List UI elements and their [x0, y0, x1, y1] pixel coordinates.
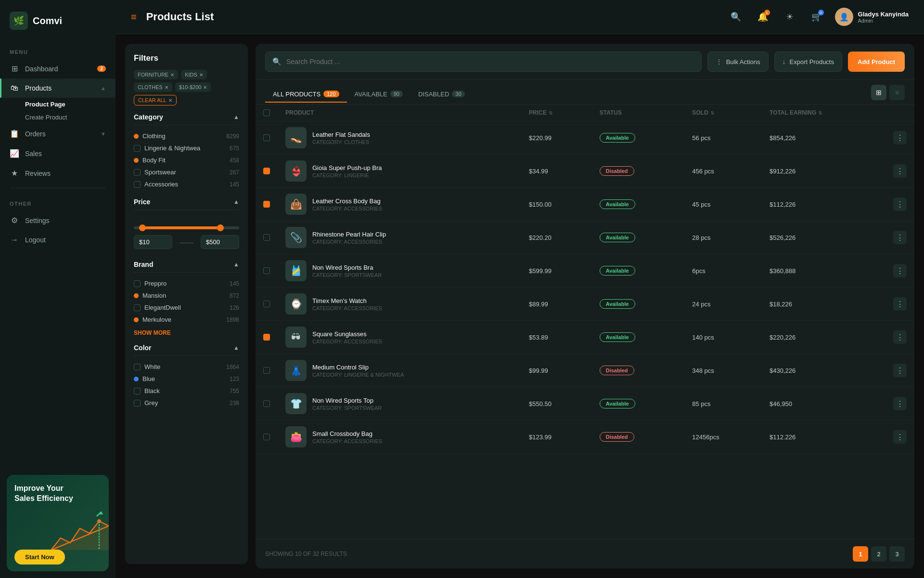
grid-view-toggle[interactable]: ⊞ — [871, 85, 886, 100]
page-3-button[interactable]: 3 — [889, 546, 905, 562]
product-name: Medium Control Slip — [312, 364, 404, 371]
row-checkbox[interactable] — [263, 367, 270, 374]
black-checkbox[interactable] — [134, 388, 141, 394]
sidebar-item-products[interactable]: 🛍 Products ▲ — [0, 79, 116, 98]
promo-start-button[interactable]: Start Now — [14, 550, 65, 565]
product-earning: $112.226 — [762, 420, 886, 454]
search-input[interactable] — [286, 58, 694, 66]
user-profile[interactable]: 👤 Gladys Kanyinda Admin — [835, 8, 909, 26]
filter-category-lingerie[interactable]: Lingerie & Nightwea 675 — [134, 142, 239, 154]
filter-tag-clothes[interactable]: CLOTHES ✕ — [134, 82, 172, 92]
row-checkbox[interactable] — [263, 334, 270, 341]
svg-marker-1 — [51, 521, 109, 550]
row-checkbox[interactable] — [263, 168, 270, 174]
sidebar-item-orders[interactable]: 📋 Orders ▼ — [0, 124, 116, 144]
category-header[interactable]: Category ▲ — [134, 113, 239, 125]
remove-clothes-icon[interactable]: ✕ — [165, 85, 168, 90]
menu-hamburger-icon[interactable]: ≡ — [131, 12, 137, 23]
remove-forniture-icon[interactable]: ✕ — [170, 72, 174, 78]
filter-category-clothing[interactable]: Clothing 8299 — [134, 130, 239, 142]
table-row: 📎 Rhinestone Pearl Hair Clip CATEGORY: A… — [256, 221, 914, 254]
show-more-button[interactable]: SHOW MORE — [134, 329, 239, 336]
row-menu-button[interactable]: ⋮ — [893, 297, 907, 311]
select-all-checkbox[interactable] — [263, 109, 270, 116]
cart-button[interactable]: 🛒 0 — [808, 8, 825, 26]
filter-category-accessories[interactable]: Accessories 145 — [134, 178, 239, 190]
preppro-checkbox[interactable] — [134, 280, 141, 287]
sidebar-item-logout[interactable]: → Logout — [0, 230, 116, 250]
page-2-button[interactable]: 2 — [871, 546, 886, 562]
price-slider-min-thumb[interactable] — [139, 224, 146, 231]
elegantdwell-checkbox[interactable] — [134, 304, 141, 311]
lingerie-checkbox[interactable] — [134, 145, 141, 152]
th-earning[interactable]: TOTAL EARNING⇅ — [762, 105, 886, 121]
sportswear-checkbox[interactable] — [134, 169, 141, 176]
white-checkbox[interactable] — [134, 364, 141, 370]
notifications-button[interactable]: 🔔 1 — [754, 8, 771, 26]
page-1-button[interactable]: 1 — [853, 546, 868, 562]
export-products-button[interactable]: ↓ Export Products — [774, 52, 843, 72]
tab-all-products[interactable]: ALL PRODUCTS 120 — [265, 87, 347, 103]
remove-kids-icon[interactable]: ✕ — [199, 72, 203, 78]
th-price[interactable]: PRICE⇅ — [521, 105, 592, 121]
row-menu-button[interactable]: ⋮ — [893, 330, 907, 344]
filter-tag-kids[interactable]: KIDS ✕ — [181, 70, 207, 79]
row-menu-button[interactable]: ⋮ — [893, 364, 907, 377]
tab-available[interactable]: AVAILABLE 90 — [347, 87, 411, 103]
sidebar-item-sales[interactable]: 📈 Sales — [0, 144, 116, 163]
search-icon-button[interactable]: 🔍 — [727, 8, 744, 26]
price-header[interactable]: Price ▲ — [134, 198, 239, 210]
row-checkbox[interactable] — [263, 134, 270, 141]
theme-toggle-button[interactable]: ☀ — [781, 8, 798, 26]
sidebar-sub-product-page[interactable]: Product Page — [0, 98, 116, 111]
filter-color-grey[interactable]: Grey 238 — [134, 397, 239, 409]
bulk-actions-button[interactable]: ⋮ Bulk Actions — [707, 52, 769, 72]
clear-all-button[interactable]: CLEAR ALL ✕ — [134, 95, 177, 105]
table-row: 👡 Leather Flat Sandals CATEGORY: CLOTHES… — [256, 121, 914, 155]
filter-brand-elegantdwell[interactable]: ElegantDwell 126 — [134, 302, 239, 314]
price-slider[interactable] — [134, 226, 239, 229]
add-product-button[interactable]: Add Product — [848, 52, 905, 72]
row-menu-button[interactable]: ⋮ — [893, 197, 907, 211]
row-checkbox[interactable] — [263, 400, 270, 407]
filter-tag-price[interactable]: $10-$200 ✕ — [175, 82, 211, 92]
sidebar-item-settings[interactable]: ⚙ Settings — [0, 210, 116, 230]
row-menu-button[interactable]: ⋮ — [893, 430, 907, 444]
filter-brand-merkulove[interactable]: Merkulove 1898 — [134, 314, 239, 326]
color-header[interactable]: Color ▲ — [134, 344, 239, 356]
sidebar-item-reviews[interactable]: ★ Reviews — [0, 163, 116, 183]
price-max-input[interactable] — [201, 235, 239, 249]
row-checkbox[interactable] — [263, 234, 270, 241]
price-min-input[interactable] — [134, 235, 172, 249]
sidebar-item-dashboard[interactable]: ⊞ Dashboard 2 — [0, 59, 116, 79]
row-menu-button[interactable]: ⋮ — [893, 131, 907, 144]
remove-price-icon[interactable]: ✕ — [203, 85, 207, 90]
row-checkbox[interactable] — [263, 434, 270, 440]
filter-color-blue[interactable]: Blue 123 — [134, 373, 239, 385]
filter-brand-preppro[interactable]: Preppro 145 — [134, 277, 239, 289]
th-sold[interactable]: SOLD⇅ — [684, 105, 762, 121]
row-checkbox[interactable] — [263, 267, 270, 274]
filter-category-sportswear[interactable]: Sportswear 267 — [134, 166, 239, 178]
filter-color-black[interactable]: Black 755 — [134, 385, 239, 397]
filter-category-bodyfit[interactable]: Body Fit 458 — [134, 154, 239, 166]
row-checkbox[interactable] — [263, 201, 270, 208]
clear-all-icon[interactable]: ✕ — [168, 98, 172, 103]
row-menu-button[interactable]: ⋮ — [893, 264, 907, 277]
sidebar-sub-create-product[interactable]: Create Product — [0, 111, 116, 124]
filter-brand-mansion[interactable]: Mansion 872 — [134, 289, 239, 302]
price-slider-max-thumb[interactable] — [217, 224, 224, 231]
filter-tag-forniture[interactable]: FORNITURE ✕ — [134, 70, 178, 79]
brand-header[interactable]: Brand ▲ — [134, 261, 239, 273]
row-menu-button[interactable]: ⋮ — [893, 397, 907, 410]
grey-checkbox[interactable] — [134, 400, 141, 407]
row-menu-button[interactable]: ⋮ — [893, 231, 907, 244]
list-view-toggle[interactable]: ≡ — [889, 85, 905, 100]
tab-disabled[interactable]: DISABLED 30 — [411, 87, 473, 103]
product-cell: ⌚ Timex Men's Watch CATEGORY: ACCESSORIE… — [285, 293, 513, 315]
row-menu-button[interactable]: ⋮ — [893, 164, 907, 178]
sidebar-logo[interactable]: 🌿 Comvi — [0, 0, 116, 41]
filter-color-white[interactable]: White 1864 — [134, 361, 239, 373]
accessories-checkbox[interactable] — [134, 181, 141, 188]
row-checkbox[interactable] — [263, 301, 270, 307]
